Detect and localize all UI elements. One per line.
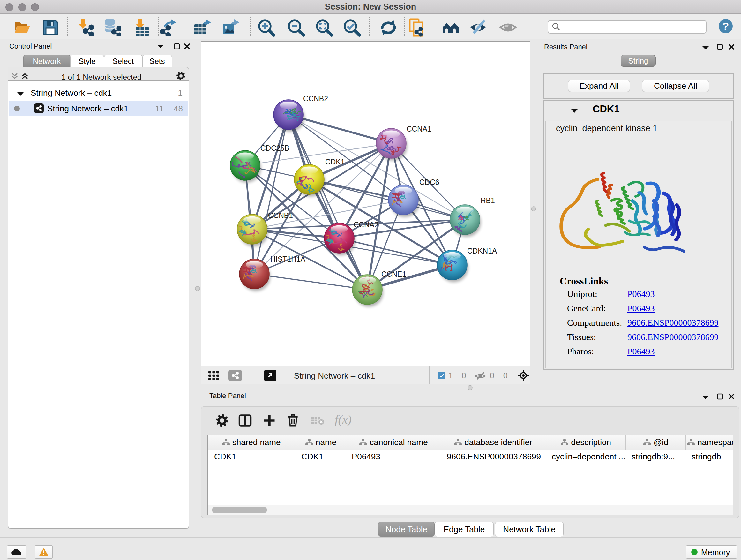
svg-text:CCNE1: CCNE1: [381, 270, 406, 278]
svg-text:HIST1H1A: HIST1H1A: [270, 255, 306, 263]
svg-text:CCNA1: CCNA1: [407, 125, 431, 133]
svg-text:CDK1: CDK1: [325, 158, 345, 166]
svg-text:RB1: RB1: [481, 196, 495, 205]
svg-text:CDC25B: CDC25B: [260, 144, 289, 152]
svg-text:CCNB2: CCNB2: [303, 95, 328, 103]
svg-text:CDKN1A: CDKN1A: [467, 247, 497, 255]
svg-text:?: ?: [723, 20, 729, 32]
svg-text:CCNA2: CCNA2: [354, 221, 379, 229]
svg-text:CDC6: CDC6: [419, 178, 440, 186]
svg-text:CCNB1: CCNB1: [268, 211, 293, 220]
